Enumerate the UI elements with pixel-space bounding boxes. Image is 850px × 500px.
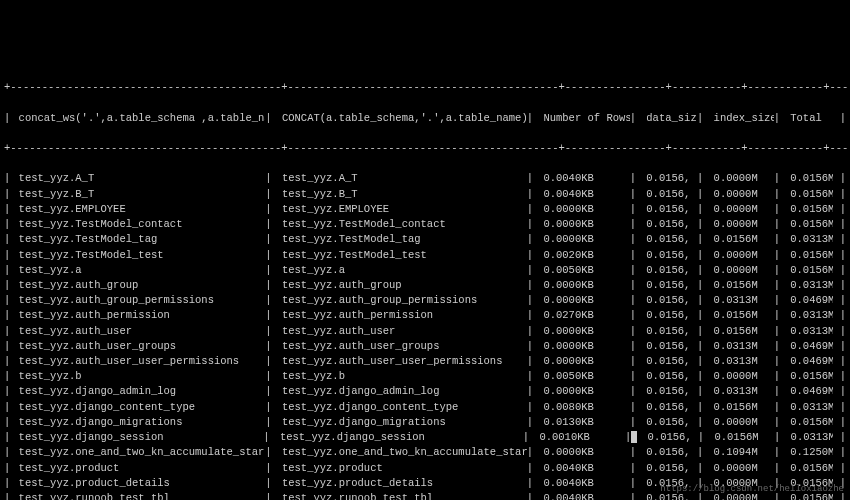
- cell-concat: test_yyz.auth_group_permissions: [278, 293, 527, 308]
- cell-data-size: 0.0156,: [642, 278, 697, 293]
- cell-index-size: 0.0000M: [710, 415, 774, 430]
- cell-index-size: 0.0000M: [710, 171, 774, 186]
- cell-rows: 0.0020KB: [539, 248, 629, 263]
- cell-concat: test_yyz.auth_group: [278, 278, 527, 293]
- table-row: | test_yyz.one_and_two_kn_accumulate_sta…: [4, 445, 846, 460]
- cell-concat: test_yyz.django_session: [276, 430, 523, 445]
- cell-rows: 0.0050KB: [539, 369, 629, 384]
- cell-rows: 0.0000KB: [539, 339, 629, 354]
- cell-index-size: 0.0313M: [710, 384, 774, 399]
- cell-index-size: 0.0156M: [710, 324, 774, 339]
- cell-concat: test_yyz.b: [278, 369, 527, 384]
- table-row: | test_yyz.TestModel_tag| test_yyz.TestM…: [4, 232, 846, 247]
- cell-index-size: 0.0156M: [710, 308, 774, 323]
- cell-total: 0.0469M: [786, 354, 833, 369]
- table-row: | test_yyz.A_T| test_yyz.A_T| 0.0040KB| …: [4, 171, 846, 186]
- cell-concat-ws: test_yyz.TestModel_test: [17, 248, 266, 263]
- col-header-5: Total: [786, 111, 833, 126]
- cell-index-size: 0.0156M: [710, 430, 774, 445]
- cell-rows: 0.0080KB: [539, 400, 629, 415]
- cell-concat: test_yyz.B_T: [278, 187, 527, 202]
- cell-data-size: 0.0156,: [644, 430, 698, 445]
- cell-data-size: 0.0156,: [642, 445, 697, 460]
- cell-concat: test_yyz.auth_permission: [278, 308, 527, 323]
- cell-data-size: 0.0156,: [642, 187, 697, 202]
- cell-concat-ws: test_yyz.auth_user_user_permissions: [17, 354, 266, 369]
- cell-concat-ws: test_yyz.a: [17, 263, 266, 278]
- table-row: | test_yyz.django_migrations| test_yyz.d…: [4, 415, 846, 430]
- cell-index-size: 0.0000M: [710, 248, 774, 263]
- cell-rows: 0.0000KB: [539, 354, 629, 369]
- table-row: | test_yyz.django_session| test_yyz.djan…: [4, 430, 846, 445]
- cell-concat-ws: test_yyz.TestModel_tag: [17, 232, 266, 247]
- cell-index-size: 0.0000M: [710, 202, 774, 217]
- cell-rows: 0.0040KB: [539, 187, 629, 202]
- cell-index-size: 0.0000M: [710, 461, 774, 476]
- cell-rows: 0.0040KB: [539, 461, 629, 476]
- cell-index-size: 0.0156M: [710, 232, 774, 247]
- cell-concat: test_yyz.EMPLOYEE: [278, 202, 527, 217]
- cell-concat-ws: test_yyz.A_T: [17, 171, 266, 186]
- cell-rows: 0.0010KB: [535, 430, 625, 445]
- separator-mid: +---------------------------------------…: [4, 141, 846, 156]
- cell-total: 0.0156M: [786, 217, 833, 232]
- table-row: | test_yyz.B_T| test_yyz.B_T| 0.0040KB| …: [4, 187, 846, 202]
- cell-index-size: 0.0156M: [710, 278, 774, 293]
- cell-concat: test_yyz.auth_user_groups: [278, 339, 527, 354]
- cell-concat-ws: test_yyz.auth_group: [17, 278, 266, 293]
- cell-concat-ws: test_yyz.EMPLOYEE: [17, 202, 266, 217]
- cell-concat: test_yyz.django_migrations: [278, 415, 527, 430]
- cell-index-size: 0.0000M: [710, 187, 774, 202]
- cell-total: 0.0156M: [786, 171, 833, 186]
- cell-concat: test_yyz.TestModel_contact: [278, 217, 527, 232]
- cell-total: 0.0469M: [786, 339, 833, 354]
- cell-rows: 0.0000KB: [539, 278, 629, 293]
- cell-rows: 0.0000KB: [539, 202, 629, 217]
- cell-data-size: 0.0156,: [642, 369, 697, 384]
- cell-rows: 0.0040KB: [539, 476, 629, 491]
- cell-data-size: 0.0156,: [642, 324, 697, 339]
- cell-total: 0.0313M: [786, 232, 833, 247]
- cell-total: 0.1250M: [786, 445, 833, 460]
- cell-concat-ws: test_yyz.django_migrations: [17, 415, 266, 430]
- table-row: | test_yyz.auth_group| test_yyz.auth_gro…: [4, 278, 846, 293]
- cell-rows: 0.0000KB: [539, 232, 629, 247]
- cell-index-size: 0.0000M: [710, 263, 774, 278]
- cell-data-size: 0.0156,: [642, 354, 697, 369]
- cell-data-size: 0.0156,: [642, 217, 697, 232]
- cell-total: 0.0313M: [786, 278, 833, 293]
- cell-concat: test_yyz.TestModel_tag: [278, 232, 527, 247]
- cell-concat: test_yyz.product: [278, 461, 527, 476]
- table-row: | test_yyz.auth_user_user_permissions| t…: [4, 354, 846, 369]
- cell-total: 0.0313M: [787, 430, 834, 445]
- cell-rows: 0.0000KB: [539, 293, 629, 308]
- cell-data-size: 0.0156,: [642, 415, 697, 430]
- cell-rows: 0.0040KB: [539, 171, 629, 186]
- cell-concat: test_yyz.A_T: [278, 171, 527, 186]
- cell-concat: test_yyz.runoob_test_tbl: [278, 491, 527, 500]
- cell-concat-ws: test_yyz.django_session: [17, 430, 264, 445]
- table-row: | test_yyz.a| test_yyz.a| 0.0050KB| 0.01…: [4, 263, 846, 278]
- cell-index-size: 0.0313M: [710, 354, 774, 369]
- col-header-0: concat_ws('.',a.table_schema ,a.table_na…: [17, 111, 266, 126]
- cell-concat: test_yyz.one_and_two_kn_accumulate_stars: [278, 445, 527, 460]
- table-body: | test_yyz.A_T| test_yyz.A_T| 0.0040KB| …: [4, 171, 846, 500]
- cell-data-size: 0.0156,: [642, 202, 697, 217]
- cell-total: 0.0313M: [786, 400, 833, 415]
- cell-data-size: 0.0156,: [642, 384, 697, 399]
- separator-top: +---------------------------------------…: [4, 80, 846, 95]
- cell-data-size: 0.0156,: [642, 461, 697, 476]
- cell-concat-ws: test_yyz.TestModel_contact: [17, 217, 266, 232]
- cell-total: 0.0313M: [786, 324, 833, 339]
- table-row: | test_yyz.TestModel_contact| test_yyz.T…: [4, 217, 846, 232]
- header-row: | concat_ws('.',a.table_schema ,a.table_…: [4, 111, 846, 126]
- cell-concat-ws: test_yyz.django_admin_log: [17, 384, 266, 399]
- cell-rows: 0.0000KB: [539, 445, 629, 460]
- cell-index-size: 0.1094M: [710, 445, 774, 460]
- cell-total: 0.0156M: [786, 369, 833, 384]
- cell-index-size: 0.0000M: [710, 369, 774, 384]
- cell-concat-ws: test_yyz.one_and_two_kn_accumulate_stars: [17, 445, 266, 460]
- table-row: | test_yyz.auth_group_permissions| test_…: [4, 293, 846, 308]
- table-row: | test_yyz.EMPLOYEE| test_yyz.EMPLOYEE| …: [4, 202, 846, 217]
- text-cursor: [631, 431, 637, 443]
